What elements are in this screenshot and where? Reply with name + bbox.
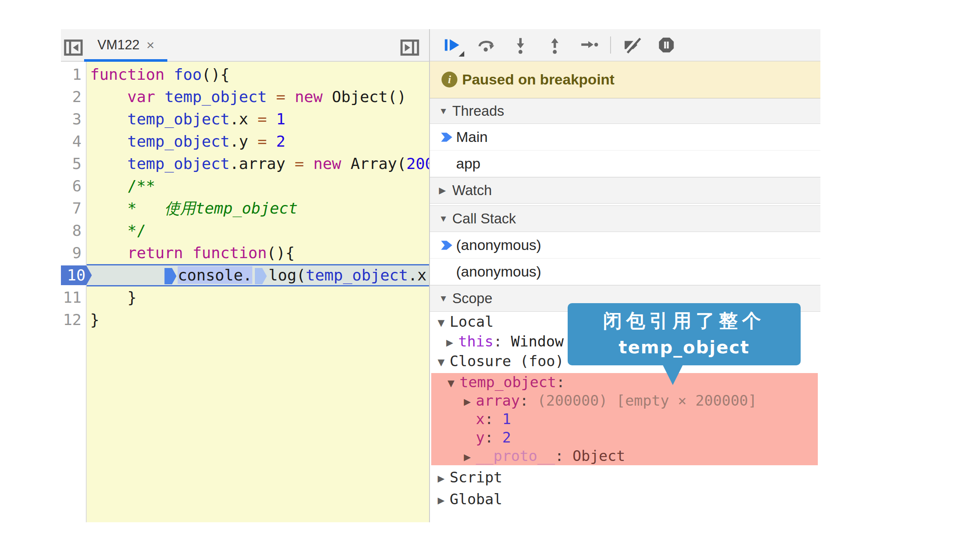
line-number[interactable]: 3 bbox=[61, 108, 86, 130]
step-into-icon[interactable] bbox=[511, 35, 530, 55]
code-token: */ bbox=[90, 222, 146, 239]
code-line[interactable]: } bbox=[87, 309, 429, 331]
code-token: temp_object bbox=[305, 266, 408, 284]
section-header-call-stack[interactable]: ▼ Call Stack bbox=[430, 205, 820, 232]
tooltip-text-line2: temp_object bbox=[568, 337, 801, 358]
chevron-right-icon[interactable]: ▶ bbox=[438, 469, 450, 488]
code-token: new bbox=[295, 88, 323, 105]
code-token: = bbox=[295, 155, 304, 172]
code-line[interactable]: function foo(){ bbox=[87, 63, 429, 86]
chevron-right-icon[interactable]: ▶ bbox=[464, 393, 476, 411]
code-line[interactable]: */ bbox=[87, 220, 429, 242]
code-editor: 123456789101112 function foo(){ var temp… bbox=[61, 62, 429, 522]
code-token: = bbox=[257, 132, 267, 150]
scope-name: Local bbox=[450, 313, 493, 330]
toggle-navigator-panel-icon[interactable] bbox=[64, 38, 83, 57]
call-stack-frame-row[interactable]: (anonymous) bbox=[430, 232, 820, 259]
execution-line[interactable]: console.log(temp_object.x); bbox=[87, 264, 429, 286]
code-line[interactable]: return function(){ bbox=[87, 242, 429, 264]
line-number[interactable]: 2 bbox=[61, 86, 86, 108]
tab-close-icon[interactable]: × bbox=[146, 37, 154, 53]
scope-row-temp-object[interactable]: ▼temp_object: bbox=[431, 373, 818, 391]
line-number[interactable]: 4 bbox=[61, 130, 86, 153]
scope-name: x bbox=[476, 410, 484, 428]
code-line[interactable]: temp_object.array = new Array(200000) bbox=[87, 153, 429, 175]
line-number[interactable]: 5 bbox=[61, 153, 86, 175]
chevron-down-icon: ▼ bbox=[439, 106, 448, 116]
line-number[interactable]: 7 bbox=[61, 197, 86, 220]
retained-object-highlight: ▼temp_object:▶array: (200000) [empty × 2… bbox=[431, 373, 818, 465]
code-token: var bbox=[127, 88, 155, 105]
chevron-down-icon[interactable]: ▼ bbox=[438, 313, 450, 333]
scope-name: temp_object bbox=[460, 373, 556, 391]
code-token bbox=[90, 244, 127, 262]
scope-value: Window bbox=[511, 333, 564, 350]
step-over-icon[interactable] bbox=[476, 35, 496, 55]
chevron-down-icon: ▼ bbox=[439, 214, 448, 224]
code-line[interactable]: temp_object.y = 2 bbox=[87, 130, 429, 153]
code-token bbox=[90, 88, 127, 105]
resume-script-icon[interactable] bbox=[442, 35, 462, 55]
code-token: .array bbox=[230, 155, 295, 172]
scope-row-y[interactable]: y: 2 bbox=[431, 428, 818, 447]
line-number[interactable]: 11 bbox=[61, 286, 86, 309]
chevron-right-icon[interactable]: ▶ bbox=[438, 491, 450, 510]
breakpoint-line-number[interactable]: 10 bbox=[61, 264, 86, 286]
line-number[interactable]: 8 bbox=[61, 220, 86, 242]
code-token: temp_object bbox=[164, 88, 266, 105]
step-icon[interactable] bbox=[579, 35, 599, 55]
pause-on-exceptions-icon[interactable] bbox=[656, 35, 676, 55]
continue-to-here-marker-light-icon[interactable] bbox=[255, 268, 267, 284]
line-number[interactable]: 6 bbox=[61, 175, 86, 197]
code-token bbox=[90, 155, 127, 172]
code-token: } bbox=[90, 289, 136, 306]
thread-row-main[interactable]: Main bbox=[430, 124, 820, 151]
call-stack-frame-row[interactable]: (anonymous) bbox=[430, 259, 820, 285]
section-header-threads[interactable]: ▼ Threads bbox=[430, 98, 820, 124]
source-editor-panel: VM122 × 123456789101112 function foo(){ … bbox=[61, 29, 429, 522]
code-line[interactable]: /** bbox=[87, 175, 429, 197]
scope-value: 2 bbox=[502, 429, 511, 446]
thread-row-app[interactable]: app bbox=[430, 151, 820, 177]
current-thread-arrow-icon bbox=[441, 131, 452, 144]
chevron-right-icon[interactable]: ▶ bbox=[464, 448, 476, 467]
code-line[interactable]: } bbox=[87, 286, 429, 309]
chevron-down-icon[interactable]: ▼ bbox=[448, 374, 460, 393]
scope-row-x[interactable]: x: 1 bbox=[431, 410, 818, 428]
line-number[interactable]: 12 bbox=[61, 309, 86, 331]
code-line[interactable]: var temp_object = new Object() bbox=[87, 86, 429, 108]
code-line[interactable]: * 使用temp_object bbox=[87, 197, 429, 220]
deactivate-breakpoints-icon[interactable] bbox=[622, 35, 642, 55]
code-token bbox=[90, 266, 164, 284]
scope-row-script[interactable]: ▶Script bbox=[430, 467, 820, 487]
info-icon: i bbox=[442, 72, 457, 87]
line-number-gutter[interactable]: 123456789101112 bbox=[61, 62, 87, 522]
chevron-down-icon[interactable]: ▼ bbox=[438, 352, 450, 372]
scope-name: Global bbox=[450, 491, 502, 508]
step-out-icon[interactable] bbox=[545, 35, 565, 55]
scope-separator: : bbox=[556, 373, 565, 391]
chevron-right-icon[interactable]: ▶ bbox=[446, 333, 458, 352]
scope-value: 1 bbox=[502, 410, 511, 428]
scope-row-array[interactable]: ▶array: (200000) [empty × 200000] bbox=[431, 391, 818, 410]
scope-row--proto-[interactable]: ▶__proto__: Object bbox=[431, 447, 818, 465]
section-header-watch[interactable]: ▶ Watch bbox=[430, 177, 820, 204]
continue-to-here-marker-icon[interactable] bbox=[164, 268, 176, 284]
code-area[interactable]: function foo(){ var temp_object = new Ob… bbox=[87, 62, 429, 522]
line-number[interactable]: 1 bbox=[61, 63, 86, 86]
code-token bbox=[164, 66, 174, 83]
code-token: function bbox=[90, 66, 164, 83]
resume-menu-caret-icon bbox=[459, 51, 464, 57]
current-frame-arrow-icon bbox=[441, 239, 452, 252]
code-token: log( bbox=[269, 266, 306, 284]
scope-name: y bbox=[476, 429, 484, 446]
tab-vm122[interactable]: VM122 × bbox=[84, 29, 191, 61]
scope-row-global[interactable]: ▶Global bbox=[430, 489, 820, 509]
code-line[interactable]: temp_object.x = 1 bbox=[87, 108, 429, 130]
code-token: return bbox=[127, 244, 183, 262]
code-token: 200000 bbox=[406, 155, 429, 172]
breakpoint-badge[interactable]: 10 bbox=[61, 265, 92, 285]
toggle-debugger-panel-icon[interactable] bbox=[400, 38, 420, 57]
code-token: Array( bbox=[341, 155, 406, 172]
line-number[interactable]: 9 bbox=[61, 242, 86, 264]
